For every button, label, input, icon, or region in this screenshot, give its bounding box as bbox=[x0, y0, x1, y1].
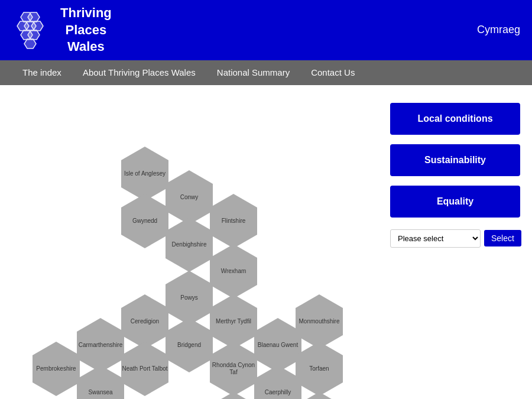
equality-button[interactable]: Equality bbox=[390, 186, 520, 218]
hex-conwy[interactable]: Conwy bbox=[166, 184, 213, 211]
site-header: Thriving Places Wales Cymraeg bbox=[0, 0, 532, 60]
hex-swansea[interactable]: Swansea bbox=[77, 379, 124, 399]
header-left: Thriving Places Wales bbox=[12, 5, 112, 56]
right-panel: Local conditions Sustainability Equality… bbox=[390, 97, 520, 399]
hex-map: Isle of AngleseyConwyGwyneddFlintshireDe… bbox=[12, 97, 378, 399]
sustainability-button[interactable]: Sustainability bbox=[390, 144, 520, 176]
local-conditions-button[interactable]: Local conditions bbox=[390, 103, 520, 135]
cymraeg-link[interactable]: Cymraeg bbox=[477, 24, 520, 36]
hex-denbighshire[interactable]: Denbighshire bbox=[166, 231, 213, 258]
hex-carmarthenshire[interactable]: Carmarthenshire bbox=[77, 332, 124, 359]
select-row: Please select Isle of AngleseyConwyGwyne… bbox=[390, 229, 520, 248]
hex-wrexham[interactable]: Wrexham bbox=[210, 258, 257, 285]
select-button[interactable]: Select bbox=[484, 230, 521, 246]
hex-ceredigion[interactable]: Ceredigion bbox=[121, 308, 168, 335]
hex-rhondda-cynon-taf[interactable]: Rhondda Cynon Taf bbox=[210, 355, 257, 382]
hex-pembrokeshire[interactable]: Pembrokeshire bbox=[33, 355, 80, 382]
hex-torfaen[interactable]: Torfaen bbox=[296, 355, 343, 382]
hex-monmouthshire[interactable]: Monmouthshire bbox=[296, 308, 343, 335]
logo-icon bbox=[12, 9, 53, 51]
site-title: Thriving Places Wales bbox=[60, 5, 112, 56]
nav-summary[interactable]: National Summary bbox=[206, 60, 300, 85]
hex-merthyr-tydfil[interactable]: Merthyr Tydfil bbox=[210, 308, 257, 335]
main-nav: The index About Thriving Places Wales Na… bbox=[0, 60, 532, 85]
hex-bridgend[interactable]: Bridgend bbox=[166, 332, 213, 359]
hex-neath-port-talbot[interactable]: Neath Port Talbot bbox=[121, 355, 168, 382]
hex-powys[interactable]: Powys bbox=[166, 284, 213, 312]
hex-gwynedd[interactable]: Gwynedd bbox=[121, 207, 168, 235]
svg-marker-6 bbox=[28, 30, 40, 40]
nav-about[interactable]: About Thriving Places Wales bbox=[72, 60, 206, 85]
main-content: Isle of AngleseyConwyGwyneddFlintshireDe… bbox=[0, 85, 532, 399]
hex-isle-of-anglesey[interactable]: Isle of Anglesey bbox=[121, 160, 168, 187]
hex-blaenau-gwent[interactable]: Blaenau Gwent bbox=[254, 332, 301, 359]
svg-marker-1 bbox=[28, 12, 40, 22]
hex-flintshire[interactable]: Flintshire bbox=[210, 207, 257, 235]
nav-index[interactable]: The index bbox=[12, 60, 72, 85]
area-select[interactable]: Please select Isle of AngleseyConwyGwyne… bbox=[390, 229, 481, 248]
svg-marker-7 bbox=[24, 39, 36, 48]
nav-contact[interactable]: Contact Us bbox=[300, 60, 365, 85]
hex-caerphilly[interactable]: Caerphilly bbox=[254, 379, 301, 399]
svg-marker-4 bbox=[31, 21, 43, 31]
